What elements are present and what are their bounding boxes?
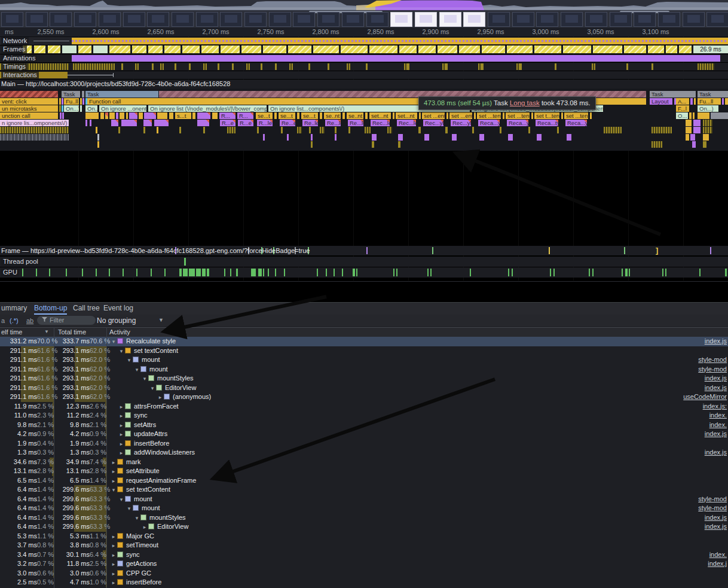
- flame-event-sliver[interactable]: [80, 98, 82, 105]
- source-link[interactable]: style-mod: [698, 495, 727, 504]
- flame-event-sliver[interactable]: [365, 127, 371, 133]
- frame-segment[interactable]: [458, 45, 480, 53]
- source-link[interactable]: index.js:: [703, 402, 727, 412]
- frame-segment[interactable]: [241, 45, 261, 53]
- collapse-icon[interactable]: ▾: [149, 384, 156, 394]
- flame-event[interactable]: n ignore lis...omponents\/): [0, 120, 69, 126]
- frame-segment[interactable]: [93, 45, 108, 53]
- flame-event-sliver[interactable]: [97, 134, 99, 141]
- flame-event-sliver[interactable]: [62, 105, 63, 112]
- flame-event[interactable]: On...): [64, 105, 79, 112]
- filmstrip-thumbnail[interactable]: [561, 12, 583, 27]
- filmstrip-thumbnail[interactable]: [317, 12, 339, 27]
- track-animations[interactable]: Animations: [0, 54, 728, 62]
- flame-event-sliver[interactable]: [281, 127, 283, 133]
- flame-event[interactable]: set ...ent: [449, 112, 472, 119]
- flame-event-sliver[interactable]: [82, 98, 84, 105]
- flame-event[interactable]: R...e: [220, 120, 235, 126]
- flame-event[interactable]: s...t: [175, 112, 191, 119]
- table-row[interactable]: 291.1 ms61.6 %293.1 ms62.0 %▾mountstyle-…: [0, 355, 728, 365]
- table-row[interactable]: 1.9 ms0.4 %1.9 ms0.4 %▸insertBefore: [0, 439, 728, 449]
- flame-event-sliver[interactable]: [274, 112, 277, 119]
- flame-event[interactable]: Rec...yle: [423, 120, 443, 126]
- flame-event-sliver[interactable]: [335, 134, 337, 141]
- source-link[interactable]: index.: [709, 411, 727, 421]
- expand-icon[interactable]: ▸: [110, 532, 117, 542]
- filmstrip-thumbnail[interactable]: [390, 12, 412, 27]
- frame-segment[interactable]: [109, 45, 130, 53]
- flame-event[interactable]: R...e: [238, 120, 253, 126]
- frame-segment[interactable]: [623, 45, 646, 53]
- flame-event[interactable]: Rec...le: [371, 120, 390, 126]
- flame-event-sliver[interactable]: [365, 112, 368, 119]
- flame-event-sliver[interactable]: [85, 120, 87, 126]
- tab-event-log[interactable]: Event log: [103, 303, 133, 313]
- expand-icon[interactable]: ▸: [110, 477, 117, 486]
- flame-event[interactable]: Task: [62, 91, 80, 98]
- flame-event-sliver[interactable]: [692, 141, 696, 148]
- flame-event-sliver[interactable]: [372, 134, 377, 141]
- flame-event-sliver[interactable]: [320, 127, 325, 133]
- flame-event-sliver[interactable]: [689, 112, 692, 119]
- flame-event-sliver[interactable]: [62, 112, 64, 119]
- source-link[interactable]: index.js: [705, 374, 727, 383]
- flame-event-sliver[interactable]: [263, 134, 265, 141]
- track-thread-pool[interactable]: Thread pool: [0, 257, 728, 267]
- frame-segment[interactable]: [506, 45, 533, 53]
- filmstrip-thumbnail[interactable]: [269, 12, 291, 27]
- flame-event-sliver[interactable]: [111, 120, 118, 126]
- flame-event[interactable]: se...t: [279, 112, 295, 119]
- flame-event-sliver[interactable]: [424, 134, 429, 141]
- source-link[interactable]: index.js: [705, 513, 727, 523]
- filmstrip-thumbnail[interactable]: [366, 12, 389, 27]
- flame-event[interactable]: Reca...yle: [565, 120, 587, 126]
- table-row[interactable]: 13.1 ms2.8 %13.1 ms2.8 %▸setAttribute: [0, 467, 728, 476]
- flame-event-sliver[interactable]: [82, 91, 84, 98]
- table-row[interactable]: 291.1 ms61.6 %293.1 ms62.0 %▾mountStyles…: [0, 374, 728, 383]
- frame-segment[interactable]: [313, 45, 339, 53]
- flame-event-sliver[interactable]: [179, 127, 181, 133]
- frame-segment[interactable]: [678, 45, 692, 53]
- frame-segment[interactable]: [201, 45, 219, 53]
- frame-segment[interactable]: [481, 45, 505, 53]
- collapse-icon[interactable]: ▾: [118, 347, 125, 357]
- network-requests-bar[interactable]: [72, 38, 728, 44]
- flame-event[interactable]: set...nt: [369, 112, 391, 119]
- flame-event-sliver[interactable]: [335, 127, 337, 133]
- flame-event[interactable]: se..nt: [324, 112, 341, 119]
- flame-event-sliver[interactable]: [503, 112, 504, 119]
- filmstrip-thumbnail[interactable]: [220, 12, 242, 27]
- flame-event[interactable]: On ignore ...onents\/): [99, 105, 146, 112]
- flame-event[interactable]: set...nt: [396, 112, 417, 119]
- flame-event-sliver[interactable]: [118, 127, 120, 133]
- frame-segment[interactable]: [340, 45, 368, 53]
- flame-event-sliver[interactable]: [144, 112, 156, 119]
- flame-event[interactable]: On ignore list (\/node_modules\/|\/bower…: [148, 105, 267, 112]
- flame-event-sliver[interactable]: [419, 112, 421, 119]
- flame-event-sliver[interactable]: [693, 120, 701, 126]
- col-activity[interactable]: Activity: [109, 328, 130, 336]
- flame-event[interactable]: A...: [676, 98, 689, 105]
- flame-event[interactable]: Reca...tyle: [536, 120, 558, 126]
- frame-segment[interactable]: [182, 45, 200, 53]
- expand-icon[interactable]: ▸: [110, 569, 117, 579]
- table-row[interactable]: 3.2 ms0.7 %11.8 ms2.5 %▸getActionsindex.…: [0, 559, 728, 569]
- expand-icon[interactable]: ▸: [118, 421, 125, 431]
- flame-event-sliver[interactable]: [287, 134, 289, 141]
- table-row[interactable]: 6.4 ms1.4 %299.6 ms63.3 %▸EditorViewinde…: [0, 522, 728, 532]
- flame-event[interactable]: Fu..ll: [64, 98, 79, 105]
- flame-event-sliver[interactable]: [154, 120, 169, 126]
- flame-event[interactable]: On...): [698, 105, 718, 112]
- match-case-icon[interactable]: a: [1, 316, 5, 325]
- frame-segment[interactable]: [534, 45, 561, 53]
- table-row[interactable]: 1.3 ms0.3 %1.3 ms0.3 %▸addWindowListener…: [0, 448, 728, 458]
- flame-event-sliver[interactable]: [446, 112, 448, 119]
- flame-event-sliver[interactable]: [693, 127, 701, 133]
- filmstrip-thumbnail[interactable]: [342, 12, 364, 27]
- main-thread-flame-chart[interactable]: TaskTaskTaskTaskvent: clickFu..llFunctio…: [0, 89, 728, 151]
- flame-event-sliver[interactable]: [309, 127, 311, 133]
- tab-bottom-up[interactable]: Bottom-up: [34, 303, 67, 315]
- flame-event-sliver[interactable]: [197, 120, 209, 126]
- flame-event-sliver[interactable]: [452, 134, 457, 141]
- flame-event-sliver[interactable]: [725, 98, 728, 105]
